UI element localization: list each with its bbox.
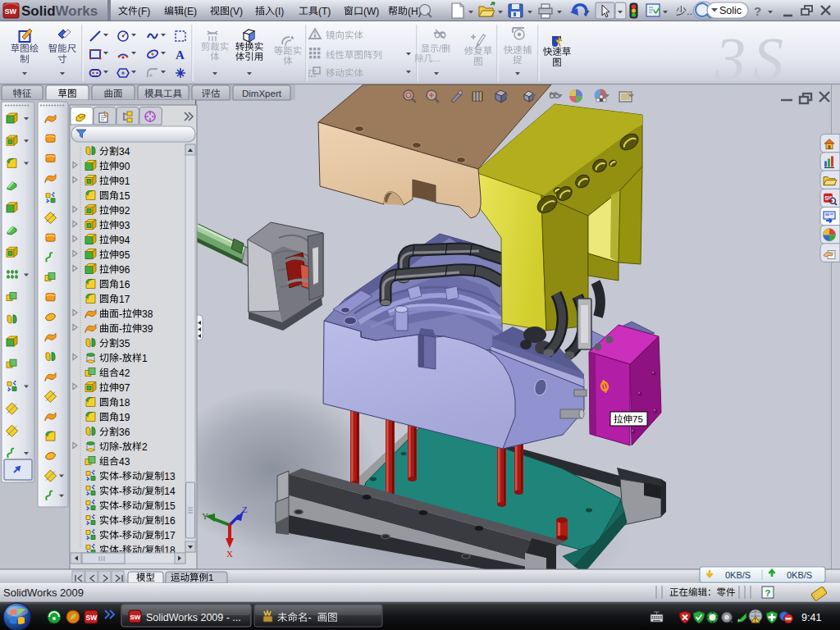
svg-text:(T): (T) bbox=[318, 6, 331, 17]
svg-text:..: .. bbox=[687, 5, 692, 17]
svg-text:34: 34 bbox=[119, 146, 130, 158]
svg-text:S: S bbox=[753, 25, 783, 93]
svg-text:-: - bbox=[119, 323, 122, 335]
svg-text:1: 1 bbox=[142, 353, 148, 364]
svg-text:SW: SW bbox=[86, 614, 98, 622]
svg-text:-: - bbox=[119, 486, 122, 497]
svg-text:43: 43 bbox=[119, 456, 130, 468]
svg-text:13: 13 bbox=[164, 471, 176, 482]
svg-text:92: 92 bbox=[119, 205, 130, 217]
svg-text:3: 3 bbox=[714, 25, 746, 93]
svg-text:-: - bbox=[119, 308, 122, 320]
svg-text:94: 94 bbox=[119, 235, 130, 246]
svg-text:-: - bbox=[119, 471, 122, 482]
svg-text:(E): (E) bbox=[184, 6, 197, 17]
svg-text:90: 90 bbox=[119, 161, 130, 172]
svg-text:17: 17 bbox=[164, 530, 176, 541]
svg-text:Z: Z bbox=[242, 504, 248, 514]
svg-text:?: ? bbox=[765, 588, 771, 598]
svg-text:-: - bbox=[119, 500, 122, 512]
svg-text:SolidWorks: SolidWorks bbox=[21, 3, 98, 19]
svg-text:A: A bbox=[176, 48, 185, 62]
svg-text:SolidWorks 2009: SolidWorks 2009 bbox=[3, 587, 84, 599]
svg-text:93: 93 bbox=[119, 220, 130, 231]
svg-text:-: - bbox=[308, 612, 312, 623]
svg-text:15: 15 bbox=[119, 190, 130, 202]
svg-text:42: 42 bbox=[119, 368, 130, 379]
svg-text:?: ? bbox=[754, 4, 761, 18]
svg-text:9:41: 9:41 bbox=[801, 612, 821, 623]
svg-text:15: 15 bbox=[164, 500, 176, 512]
svg-text:95: 95 bbox=[119, 249, 130, 261]
svg-text:19: 19 bbox=[119, 412, 130, 423]
svg-text:16: 16 bbox=[164, 515, 176, 527]
svg-text:Y: Y bbox=[202, 511, 208, 521]
svg-text:(F): (F) bbox=[138, 6, 150, 17]
svg-text:36: 36 bbox=[119, 427, 130, 438]
svg-text:16: 16 bbox=[119, 279, 130, 290]
svg-text:X: X bbox=[226, 549, 233, 559]
svg-text:SW: SW bbox=[130, 614, 141, 621]
svg-text:96: 96 bbox=[119, 264, 130, 276]
svg-text:0KB/S: 0KB/S bbox=[725, 570, 751, 580]
svg-text:17: 17 bbox=[119, 294, 130, 305]
svg-text:39: 39 bbox=[142, 323, 153, 335]
svg-text:SolidWorks 2009 - ...: SolidWorks 2009 - ... bbox=[146, 612, 241, 623]
svg-text:75: 75 bbox=[632, 414, 643, 424]
svg-text:!: ! bbox=[755, 617, 756, 623]
svg-text:91: 91 bbox=[119, 176, 130, 187]
svg-text:DimXpert: DimXpert bbox=[242, 89, 282, 98]
svg-text:1: 1 bbox=[208, 573, 213, 582]
svg-text:38: 38 bbox=[142, 308, 153, 320]
svg-text:18: 18 bbox=[119, 397, 130, 409]
svg-text:(I): (I) bbox=[275, 6, 284, 17]
svg-text:0KB/S: 0KB/S bbox=[787, 570, 812, 580]
svg-text:(V): (V) bbox=[230, 6, 243, 17]
svg-text:(W): (W) bbox=[363, 6, 379, 17]
svg-text:-: - bbox=[119, 353, 122, 364]
svg-text:...: ... bbox=[433, 53, 441, 63]
svg-text:-: - bbox=[119, 530, 122, 541]
svg-text:14: 14 bbox=[164, 486, 176, 497]
svg-text:-: - bbox=[119, 441, 122, 453]
svg-text:Solic: Solic bbox=[719, 5, 742, 16]
svg-text:SW: SW bbox=[5, 7, 17, 16]
svg-text:2: 2 bbox=[142, 441, 148, 453]
svg-text:97: 97 bbox=[119, 382, 130, 394]
svg-text:35: 35 bbox=[119, 338, 130, 349]
svg-text:-: - bbox=[119, 515, 122, 527]
